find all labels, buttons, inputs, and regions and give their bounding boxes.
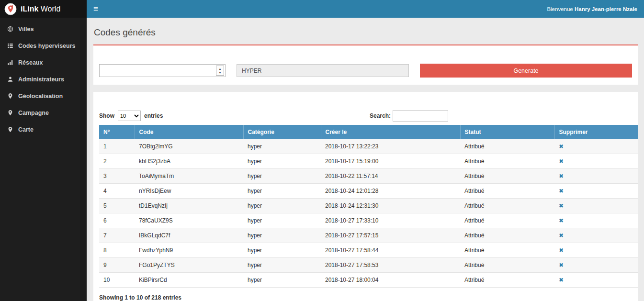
cell-status: Attribué bbox=[460, 228, 554, 243]
welcome-text: Bienvenue Hanry Jean-pierre Nzale bbox=[547, 6, 637, 12]
sidebar-item-label: Codes hyperviseurs bbox=[18, 43, 76, 49]
delete-icon[interactable]: ✖ bbox=[559, 158, 564, 165]
sidebar-item-codes-hyperviseurs[interactable]: Codes hyperviseurs bbox=[0, 37, 87, 54]
column-header[interactable]: Statut bbox=[460, 125, 554, 139]
cell-number: 10 bbox=[99, 273, 135, 288]
cell-code: nYRIsDjEew bbox=[135, 184, 243, 199]
column-header[interactable]: Supprimer bbox=[554, 125, 638, 139]
table-row: 9FGo1PyZTYShyper2018-10-27 17:58:53Attri… bbox=[99, 258, 638, 273]
cell-delete: ✖ bbox=[554, 184, 638, 199]
cell-number: 6 bbox=[99, 213, 135, 228]
sidebar-item-label: Villes bbox=[18, 26, 34, 33]
table-row: 5tD1EvqNzIjhyper2018-10-24 12:31:30Attri… bbox=[99, 199, 638, 213]
cell-status: Attribué bbox=[460, 184, 554, 199]
delete-icon[interactable]: ✖ bbox=[559, 173, 564, 179]
app-brand[interactable]: iLink World bbox=[0, 0, 87, 18]
cell-category: hyper bbox=[243, 154, 321, 169]
menu-toggle-icon[interactable]: ≡ bbox=[93, 5, 98, 13]
globe-icon bbox=[7, 26, 13, 32]
show-label: Show bbox=[99, 112, 114, 119]
main-content: Codes générés ▲ ▼ Generate Show 10 entri… bbox=[87, 18, 644, 301]
sidebar-item-campagne[interactable]: Campagne bbox=[0, 104, 87, 121]
app-logo-icon bbox=[4, 3, 17, 15]
cell-code: IBkGLqdC7f bbox=[135, 228, 243, 243]
category-field[interactable] bbox=[237, 64, 409, 77]
sidebar-item-administrateurs[interactable]: Administrateurs bbox=[0, 71, 87, 88]
pagination: Previous12345…22Next bbox=[181, 294, 632, 301]
sidebar-item-label: Géolocalisation bbox=[18, 93, 63, 100]
delete-icon[interactable]: ✖ bbox=[559, 202, 564, 209]
delete-icon[interactable]: ✖ bbox=[559, 277, 564, 283]
cell-created: 2018-10-17 13:22:23 bbox=[321, 139, 460, 154]
delete-icon[interactable]: ✖ bbox=[559, 188, 564, 194]
cell-category: hyper bbox=[243, 273, 321, 288]
page-size-select[interactable]: 10 bbox=[118, 111, 141, 121]
delete-icon[interactable]: ✖ bbox=[559, 232, 564, 239]
cell-status: Attribué bbox=[460, 273, 554, 288]
stepper-down-icon[interactable]: ▼ bbox=[219, 71, 222, 74]
cell-delete: ✖ bbox=[554, 213, 638, 228]
cell-code: FwdhzYphN9 bbox=[135, 243, 243, 258]
cell-delete: ✖ bbox=[554, 273, 638, 288]
delete-icon[interactable]: ✖ bbox=[559, 217, 564, 224]
quantity-input[interactable] bbox=[100, 65, 214, 77]
table-row: 7IBkGLqdC7fhyper2018-10-27 17:57:15Attri… bbox=[99, 228, 638, 243]
table-controls: Show 10 entries Search: bbox=[99, 110, 632, 122]
top-nav: ≡ Bienvenue Hanry Jean-pierre Nzale bbox=[87, 0, 644, 18]
cell-status: Attribué bbox=[460, 243, 554, 258]
cell-number: 8 bbox=[99, 243, 135, 258]
table-row: 8FwdhzYphN9hyper2018-10-27 17:58:44Attri… bbox=[99, 243, 638, 258]
cell-delete: ✖ bbox=[554, 199, 638, 213]
marker-icon bbox=[7, 93, 13, 99]
column-header[interactable]: Catégorie bbox=[243, 125, 321, 139]
cell-category: hyper bbox=[243, 169, 321, 184]
sidebar-item-carte[interactable]: Carte bbox=[0, 121, 87, 138]
cell-code: kbHS2j3zbA bbox=[135, 154, 243, 169]
sidebar-item-label: Administrateurs bbox=[18, 76, 64, 83]
cell-code: ToAiMymaTm bbox=[135, 169, 243, 184]
cell-delete: ✖ bbox=[554, 169, 638, 184]
page-title: Codes générés bbox=[94, 27, 638, 38]
search-control: Search: bbox=[370, 110, 448, 122]
cell-created: 2018-10-24 12:31:30 bbox=[321, 199, 460, 213]
cell-status: Attribué bbox=[460, 258, 554, 273]
stepper-arrows-icon[interactable]: ▲ ▼ bbox=[216, 66, 224, 76]
cell-category: hyper bbox=[243, 139, 321, 154]
cell-created: 2018-10-27 17:58:53 bbox=[321, 258, 460, 273]
cell-delete: ✖ bbox=[554, 243, 638, 258]
sidebar-item-villes[interactable]: Villes bbox=[0, 21, 87, 37]
cell-status: Attribué bbox=[460, 213, 554, 228]
generate-button[interactable]: Generate bbox=[420, 64, 632, 78]
cell-number: 7 bbox=[99, 228, 135, 243]
stepper-up-icon[interactable]: ▲ bbox=[219, 67, 222, 70]
cell-status: Attribué bbox=[460, 199, 554, 213]
cell-category: hyper bbox=[243, 228, 321, 243]
marker-icon bbox=[7, 126, 13, 133]
sidebar-item-label: Campagne bbox=[18, 110, 49, 116]
cell-code: 78fCaUXZ9S bbox=[135, 213, 243, 228]
delete-icon[interactable]: ✖ bbox=[559, 262, 564, 268]
cell-created: 2018-10-27 18:00:04 bbox=[321, 273, 460, 288]
search-input[interactable] bbox=[393, 110, 448, 122]
sidebar-item-r-seaux[interactable]: Réseaux bbox=[0, 54, 87, 71]
cell-status: Attribué bbox=[460, 139, 554, 154]
delete-icon[interactable]: ✖ bbox=[559, 247, 564, 254]
entries-label: entries bbox=[144, 112, 163, 119]
delete-icon[interactable]: ✖ bbox=[559, 143, 564, 150]
cell-number: 9 bbox=[99, 258, 135, 273]
table-row: 678fCaUXZ9Shyper2018-10-27 17:33:10Attri… bbox=[99, 213, 638, 228]
sidebar-item-label: Carte bbox=[18, 126, 34, 133]
table-row: 2kbHS2j3zbAhyper2018-10-17 15:19:00Attri… bbox=[99, 154, 638, 169]
cell-created: 2018-10-27 17:58:44 bbox=[321, 243, 460, 258]
cell-code: tD1EvqNzIj bbox=[135, 199, 243, 213]
column-header[interactable]: N° bbox=[99, 125, 135, 139]
generate-panel: ▲ ▼ Generate bbox=[93, 45, 638, 85]
cell-code: 7OBtg2lmYG bbox=[135, 139, 243, 154]
column-header[interactable]: Code bbox=[135, 125, 243, 139]
cell-created: 2018-10-17 15:19:00 bbox=[321, 154, 460, 169]
sidebar-item-g-olocalisation[interactable]: Géolocalisation bbox=[0, 88, 87, 104]
column-header[interactable]: Créer le bbox=[321, 125, 460, 139]
cell-code: KiBPirsrCd bbox=[135, 273, 243, 288]
cell-category: hyper bbox=[243, 258, 321, 273]
codes-table-panel: Show 10 entries Search: N°CodeCatégorieC… bbox=[93, 92, 638, 301]
